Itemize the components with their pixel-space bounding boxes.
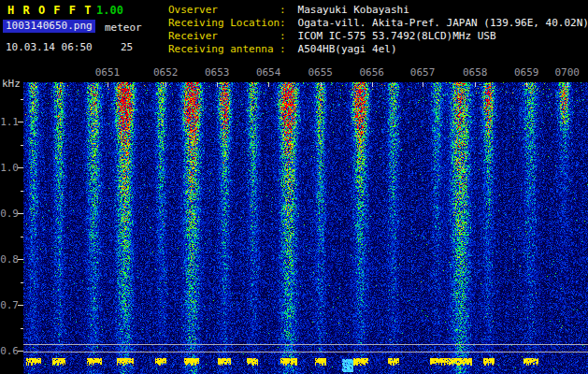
frequency-label: 0.7 xyxy=(0,299,19,311)
info-label: Receiving antenna xyxy=(168,43,280,56)
frequency-label: 1.0 xyxy=(0,162,19,174)
info-panel: Ovserver: Masayuki KobayashiReceiving Lo… xyxy=(168,4,588,56)
info-value: Masayuki Kobayashi xyxy=(292,4,409,17)
hrofft-screen: H R O F F T 1.00 1003140650.png meteor 1… xyxy=(0,0,588,374)
info-separator: : xyxy=(280,43,292,56)
info-value: ICOM IC-575 53.7492(8LCD)MHz USB xyxy=(292,30,496,43)
time-label: 0658 xyxy=(463,66,488,79)
app-title: H R O F F T xyxy=(7,4,92,17)
info-label: Ovserver xyxy=(168,4,280,17)
app-version: 1.00 xyxy=(96,4,123,17)
filename-badge: 1003140650.png xyxy=(3,20,95,33)
time-label: 0653 xyxy=(205,66,230,79)
info-label: Receiving Location xyxy=(168,17,280,30)
info-row: Receiving Location: Ogata-vill. Akita-Pr… xyxy=(168,17,588,30)
time-label: 0652 xyxy=(153,66,179,79)
time-label: 0700 xyxy=(554,66,580,79)
time-label: 0657 xyxy=(410,66,436,79)
info-separator: : xyxy=(280,17,292,30)
frequency-axis-unit: kHz xyxy=(2,78,21,90)
spectrogram-canvas xyxy=(23,82,588,374)
info-row: Receiving antenna: A504HB(yagi 4el) xyxy=(168,43,588,56)
info-value: A504HB(yagi 4el) xyxy=(292,43,397,56)
frequency-label: 1.1 xyxy=(0,116,19,128)
info-separator: : xyxy=(280,30,292,43)
info-separator: : xyxy=(280,4,292,17)
info-row: Ovserver: Masayuki Kobayashi xyxy=(168,4,588,17)
frequency-label: 0.6 xyxy=(0,345,19,357)
info-label: Receiver xyxy=(168,30,280,43)
echo-count: 25 xyxy=(121,41,133,53)
time-label: 0656 xyxy=(359,66,384,79)
info-row: Receiver: ICOM IC-575 53.7492(8LCD)MHz U… xyxy=(168,30,588,43)
datetime-label: 10.03.14 06:50 xyxy=(6,41,93,53)
time-label: 0654 xyxy=(256,66,281,79)
frequency-label: 0.9 xyxy=(0,208,19,220)
mode-label: meteor xyxy=(105,22,142,34)
frequency-label: 0.8 xyxy=(0,253,19,266)
time-label: 0655 xyxy=(308,66,333,79)
time-label: 0651 xyxy=(95,66,121,79)
info-value: Ogata-vill. Akita-Pref. JAPAN (139.96E, … xyxy=(292,17,588,30)
time-label: 0659 xyxy=(514,66,539,79)
